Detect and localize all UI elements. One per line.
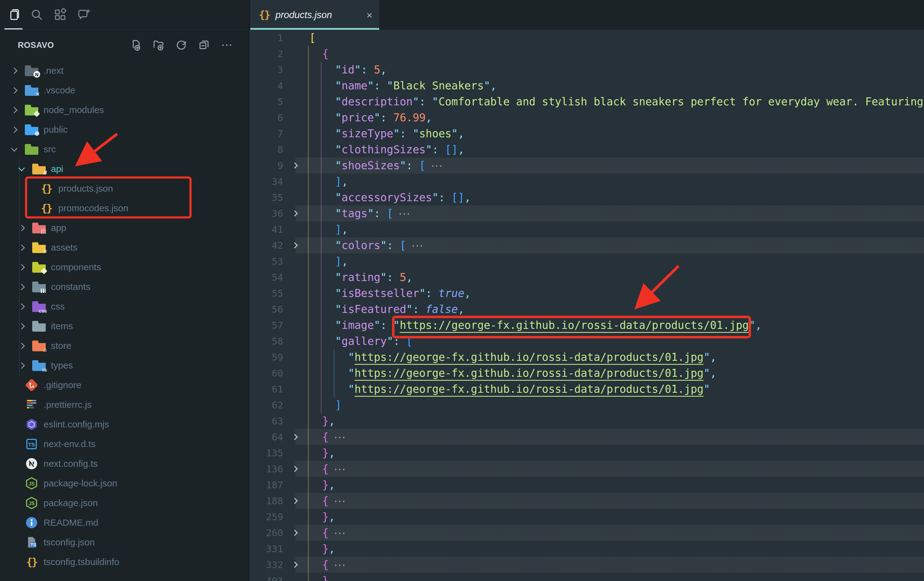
tree-item-css[interactable]: CSScss xyxy=(0,296,249,316)
tree-item-eslint-config-mjs[interactable]: eslint.config.mjs xyxy=(0,415,249,434)
tree-item--gitignore[interactable]: .gitignore xyxy=(0,375,249,395)
tree-item-node-modules[interactable]: node_modules xyxy=(0,100,249,120)
code-line-54[interactable]: 54 "rating": 5, xyxy=(249,269,924,285)
code-line-63[interactable]: 63 }, xyxy=(249,413,924,429)
code-line-259[interactable]: 259 }, xyxy=(249,509,924,525)
tree-item-tsconfig-json[interactable]: TStsconfig.json xyxy=(0,533,249,552)
code-line-6[interactable]: 6 "price": 76.99, xyxy=(249,109,924,126)
tree-item-components[interactable]: components xyxy=(0,257,249,277)
code-line-61[interactable]: 61 "https://george-fx.github.io/rossi-da… xyxy=(249,381,924,397)
fold-chevron-icon[interactable] xyxy=(283,243,307,248)
tree-item-items[interactable]: items xyxy=(0,316,249,336)
code-line-3[interactable]: 3 "id": 5, xyxy=(249,62,924,78)
tree-item-public[interactable]: ⊕public xyxy=(0,120,249,139)
tree-item-types[interactable]: TStypes xyxy=(0,356,249,375)
tree-item-assets[interactable]: ≡assets xyxy=(0,238,249,257)
chevron-right-icon[interactable] xyxy=(15,300,28,313)
search-icon[interactable] xyxy=(28,6,45,23)
code-line-62[interactable]: 62 ] xyxy=(249,397,924,413)
chevron-right-icon[interactable] xyxy=(15,242,28,254)
chevron-right-icon[interactable] xyxy=(15,261,28,273)
tree-item--vscode[interactable]: ×.vscode xyxy=(0,81,249,100)
code-line-42[interactable]: 42 "colors": [··· xyxy=(249,237,924,253)
chevron-right-icon[interactable] xyxy=(8,65,20,77)
url-link[interactable]: https://george-fx.github.io/rossi-data/p… xyxy=(355,351,704,365)
tree-item-constants[interactable]: constants xyxy=(0,277,249,296)
code-line-58[interactable]: 58 "gallery": [ xyxy=(249,333,924,349)
fold-chevron-icon[interactable] xyxy=(283,467,307,471)
more-icon[interactable] xyxy=(219,38,234,52)
code-line-8[interactable]: 8 "clothingSizes": [], xyxy=(249,142,924,157)
new-file-icon[interactable] xyxy=(129,38,143,52)
code-line-34[interactable]: 34 ], xyxy=(249,174,924,189)
fold-chevron-icon[interactable] xyxy=(283,499,307,503)
tree-item-readme-md[interactable]: README.md xyxy=(0,513,249,533)
tree-item-store[interactable]: ⌂store xyxy=(0,336,249,356)
tree-item-products-json[interactable]: {}products.json xyxy=(0,179,249,199)
chevron-down-icon[interactable] xyxy=(15,163,28,175)
extensions-icon[interactable] xyxy=(51,6,69,23)
code-line-53[interactable]: 53 ], xyxy=(249,253,924,269)
tab-close-icon[interactable]: × xyxy=(366,10,373,20)
url-link[interactable]: https://george-fx.github.io/rossi-data/p… xyxy=(355,367,704,381)
code-line-56[interactable]: 56 "isFeatured": false, xyxy=(249,301,924,317)
code-line-187[interactable]: 187 }, xyxy=(249,477,924,493)
code-line-188[interactable]: 188 {··· xyxy=(249,493,924,509)
chevron-right-icon[interactable] xyxy=(8,84,20,96)
fold-chevron-icon[interactable] xyxy=(283,163,307,168)
code-line-4[interactable]: 4 "name": "Black Sneakers", xyxy=(249,78,924,94)
explorer-icon[interactable] xyxy=(5,6,22,23)
chevron-spacer xyxy=(8,536,20,548)
code-line-136[interactable]: 136 {··· xyxy=(249,461,924,477)
url-link[interactable]: https://george-fx.github.io/rossi-data/p… xyxy=(400,319,749,333)
code-line-36[interactable]: 36 "tags": [··· xyxy=(249,205,924,222)
chevron-right-icon[interactable] xyxy=(15,281,28,293)
code-line-41[interactable]: 41 ], xyxy=(249,222,924,237)
code-line-55[interactable]: 55 "isBestseller": true, xyxy=(249,285,924,301)
tree-item--prettierrc-js[interactable]: .prettierrc.js xyxy=(0,395,249,415)
fold-chevron-icon[interactable] xyxy=(283,531,307,535)
code-line-60[interactable]: 60 "https://george-fx.github.io/rossi-da… xyxy=(249,365,924,381)
tree-item-promocodes-json[interactable]: {}promocodes.json xyxy=(0,199,249,218)
code-area[interactable]: 1[2 {3 "id": 5,4 "name": "Black Sneakers… xyxy=(249,30,924,581)
url-link[interactable]: https://george-fx.github.io/rossi-data/p… xyxy=(355,383,704,397)
chevron-right-icon[interactable] xyxy=(15,339,28,352)
code-line-59[interactable]: 59 "https://george-fx.github.io/rossi-da… xyxy=(249,349,924,365)
code-line-331[interactable]: 331 }, xyxy=(249,541,924,557)
chevron-right-icon[interactable] xyxy=(8,104,20,116)
chevron-right-icon[interactable] xyxy=(8,123,20,136)
collapse-all-icon[interactable] xyxy=(197,38,211,52)
tree-item-package-json[interactable]: JSpackage.json xyxy=(0,493,249,513)
code-line-7[interactable]: 7 "sizeType": "shoes", xyxy=(249,126,924,142)
code-line-64[interactable]: 64 {··· xyxy=(249,429,924,445)
code-line-2[interactable]: 2 { xyxy=(249,46,924,62)
tree-item-package-lock-json[interactable]: JSpackage-lock.json xyxy=(0,473,249,493)
code-line-5[interactable]: 5 "description": "Comfortable and stylis… xyxy=(249,94,924,109)
fold-chevron-icon[interactable] xyxy=(283,211,307,215)
chevron-right-icon[interactable] xyxy=(15,320,28,332)
chat-icon[interactable] xyxy=(75,6,92,23)
fold-chevron-icon[interactable] xyxy=(283,563,307,567)
code-line-260[interactable]: 260 {··· xyxy=(249,525,924,541)
tree-item--next[interactable]: N.next xyxy=(0,61,249,81)
tree-item-src[interactable]: src xyxy=(0,139,249,159)
code-line-332[interactable]: 332 {··· xyxy=(249,557,924,573)
tree-item-tsconfig-tsbuildinfo[interactable]: {}tsconfig.tsbuildinfo xyxy=(0,552,249,572)
tab-products-json[interactable]: {} products.json × xyxy=(250,0,379,30)
tree-item-next-env-d-ts[interactable]: TSnext-env.d.ts xyxy=(0,434,249,454)
code-line-9[interactable]: 9 "shoeSizes": [··· xyxy=(249,157,924,174)
code-line-57[interactable]: 57 "image": "https://george-fx.github.io… xyxy=(249,317,924,333)
code-line-1[interactable]: 1[ xyxy=(249,30,924,46)
code-line-135[interactable]: 135 }, xyxy=(249,445,924,461)
refresh-icon[interactable] xyxy=(174,38,188,52)
code-line-403[interactable]: 403 } xyxy=(249,573,924,581)
tree-item-api[interactable]: #api xyxy=(0,159,249,179)
chevron-right-icon[interactable] xyxy=(15,359,28,372)
tree-item-next-config-ts[interactable]: next.config.ts xyxy=(0,454,249,473)
new-folder-icon[interactable] xyxy=(152,38,166,52)
fold-chevron-icon[interactable] xyxy=(283,435,307,439)
tree-item-app[interactable]: app xyxy=(0,218,249,238)
code-line-35[interactable]: 35 "accessorySizes": [], xyxy=(249,189,924,205)
chevron-down-icon[interactable] xyxy=(8,143,20,156)
chevron-right-icon[interactable] xyxy=(15,222,28,234)
